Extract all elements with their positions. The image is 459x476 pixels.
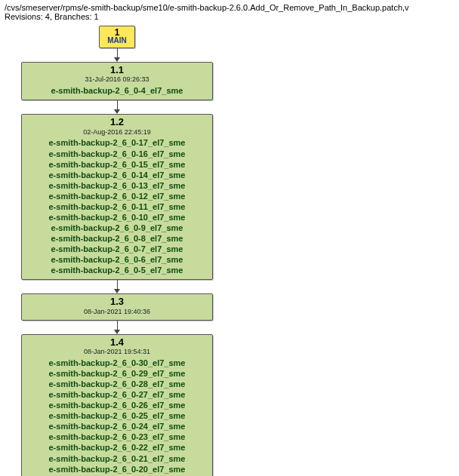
revision-tag: e-smith-backup-2_6_0-9_el7_sme	[29, 223, 205, 233]
revision-tag: e-smith-backup-2_6_0-17_el7_sme	[29, 137, 205, 148]
branch-node[interactable]: 1MAIN	[99, 26, 135, 48]
revision-date: 08-Jan-2021 19:54:31	[29, 349, 205, 356]
connector	[21, 321, 213, 334]
revision-tag: e-smith-backup-2_6_0-12_el7_sme	[29, 191, 205, 201]
revision-tags: e-smith-backup-2_6_0-4_el7_sme	[29, 85, 205, 96]
revision-tag: e-smith-backup-2_6_0-14_el7_sme	[29, 170, 205, 180]
revision-tags: e-smith-backup-2_6_0-30_el7_smee-smith-b…	[29, 358, 205, 476]
revision-node[interactable]: 1.408-Jan-2021 19:54:31e-smith-backup-2_…	[21, 334, 213, 476]
revision-tag: e-smith-backup-2_6_0-21_el7_sme	[29, 453, 205, 464]
revision-graph: 1MAIN1.131-Jul-2016 09:26:33e-smith-back…	[0, 23, 459, 476]
revision-tag: e-smith-backup-2_6_0-27_el7_sme	[29, 389, 205, 400]
revision-tag: e-smith-backup-2_6_0-24_el7_sme	[29, 421, 205, 431]
connector	[21, 280, 213, 293]
revision-tag: e-smith-backup-2_6_0-10_el7_sme	[29, 212, 205, 223]
header: /cvs/smeserver/rpms/e-smith-backup/sme10…	[0, 0, 459, 23]
revision-date: 31-Jul-2016 09:26:33	[29, 76, 205, 84]
revision-tags: e-smith-backup-2_6_0-17_el7_smee-smith-b…	[29, 137, 205, 275]
revision-tag: e-smith-backup-2_6_0-25_el7_sme	[29, 410, 205, 421]
revision-tag: e-smith-backup-2_6_0-5_el7_sme	[29, 265, 205, 275]
revision-tag: e-smith-backup-2_6_0-15_el7_sme	[29, 159, 205, 170]
revision-number: 1.1	[29, 65, 205, 75]
revision-tag: e-smith-backup-2_6_0-7_el7_sme	[29, 244, 205, 254]
revision-number: 1.2	[29, 117, 205, 127]
revision-number: 1.4	[29, 337, 205, 348]
revision-tag: e-smith-backup-2_6_0-23_el7_sme	[29, 431, 205, 442]
revision-tag: e-smith-backup-2_6_0-26_el7_sme	[29, 400, 205, 410]
revision-node[interactable]: 1.131-Jul-2016 09:26:33e-smith-backup-2_…	[21, 62, 213, 100]
revision-date: 08-Jan-2021 19:40:36	[29, 309, 205, 316]
revision-tag: e-smith-backup-2_6_0-30_el7_sme	[29, 358, 205, 368]
revision-node[interactable]: 1.308-Jan-2021 19:40:36	[21, 293, 213, 320]
revision-tag: e-smith-backup-2_6_0-28_el7_sme	[29, 379, 205, 389]
connector	[21, 100, 213, 114]
revision-tag: e-smith-backup-2_6_0-13_el7_sme	[29, 180, 205, 191]
revision-tag: e-smith-backup-2_6_0-22_el7_sme	[29, 442, 205, 453]
revision-node[interactable]: 1.202-Aug-2016 22:45:19e-smith-backup-2_…	[21, 114, 213, 280]
revision-date: 02-Aug-2016 22:45:19	[29, 129, 205, 137]
revision-tag: e-smith-backup-2_6_0-29_el7_sme	[29, 368, 205, 379]
branch-name: MAIN	[100, 37, 134, 45]
revision-tag: e-smith-backup-2_6_0-8_el7_sme	[29, 233, 205, 244]
revision-meta: Revisions: 4, Branches: 1	[5, 12, 454, 21]
revision-tag: e-smith-backup-2_6_0-20_el7_sme	[29, 464, 205, 474]
revision-tag: e-smith-backup-2_6_0-16_el7_sme	[29, 149, 205, 159]
revision-tag: e-smith-backup-2_6_0-4_el7_sme	[29, 85, 205, 96]
revision-tag: e-smith-backup-2_6_0-11_el7_sme	[29, 201, 205, 212]
connector	[21, 48, 213, 62]
file-path: /cvs/smeserver/rpms/e-smith-backup/sme10…	[5, 3, 454, 12]
revision-tag: e-smith-backup-2_6_0-6_el7_sme	[29, 254, 205, 265]
revision-number: 1.3	[29, 296, 205, 307]
